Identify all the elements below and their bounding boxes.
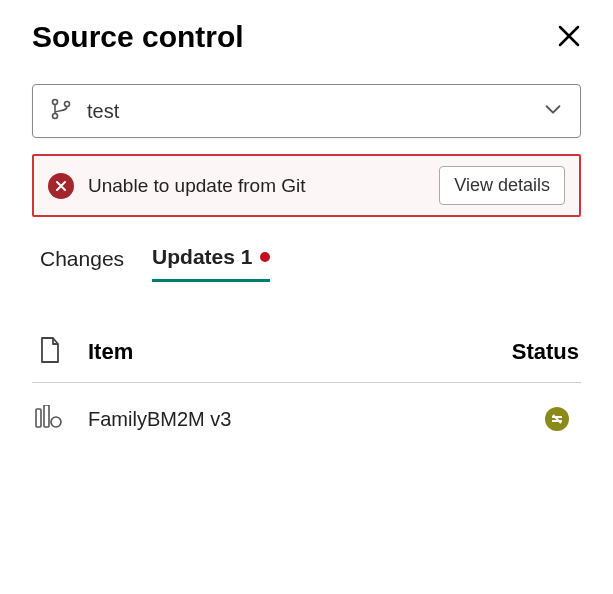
conflict-icon (550, 412, 564, 426)
indicator-dot (260, 252, 270, 262)
close-icon (557, 24, 581, 48)
svg-point-1 (53, 114, 58, 119)
status-badge (545, 407, 569, 431)
tab-updates-label: Updates 1 (152, 245, 252, 269)
branch-name: test (87, 100, 542, 123)
column-item-header: Item (88, 339, 512, 365)
error-banner: Unable to update from Git View details (32, 154, 581, 217)
view-details-button[interactable]: View details (439, 166, 565, 205)
report-icon (34, 405, 62, 429)
svg-rect-3 (36, 409, 41, 427)
tab-updates[interactable]: Updates 1 (152, 245, 270, 282)
branch-icon (49, 97, 73, 125)
svg-point-0 (53, 100, 58, 105)
chevron-down-icon (542, 98, 564, 124)
column-status-header: Status (512, 339, 581, 365)
close-button[interactable] (557, 21, 581, 53)
item-name: FamilyBM2M v3 (88, 408, 545, 431)
branch-selector[interactable]: test (32, 84, 581, 138)
svg-point-2 (65, 102, 70, 107)
tabs: Changes Updates 1 (32, 245, 581, 282)
list-header: Item Status (32, 322, 581, 383)
page-title: Source control (32, 20, 244, 54)
file-icon (38, 336, 62, 364)
list-item[interactable]: FamilyBM2M v3 (32, 383, 581, 455)
tab-changes-label: Changes (40, 247, 124, 271)
tab-changes[interactable]: Changes (40, 245, 124, 282)
error-icon (48, 173, 74, 199)
svg-rect-4 (44, 405, 49, 427)
svg-point-5 (51, 417, 61, 427)
error-message: Unable to update from Git (88, 175, 439, 197)
